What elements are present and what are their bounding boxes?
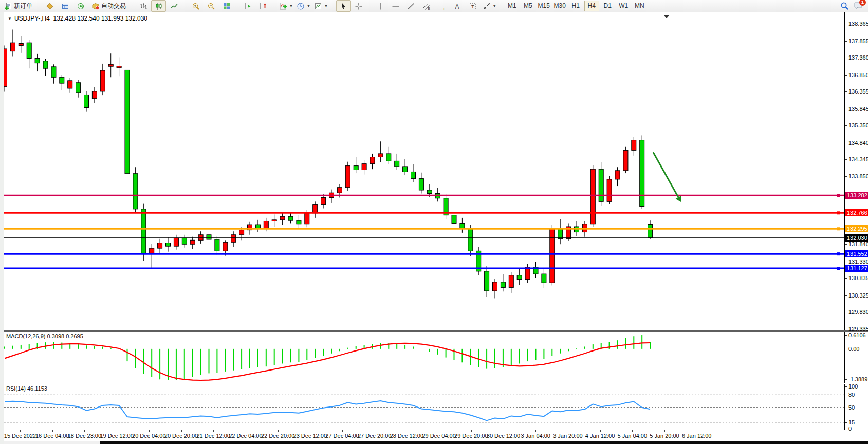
timeframe-button-d1[interactable]: D1 — [600, 1, 615, 11]
zoom-out-button[interactable] — [204, 0, 218, 12]
main-chart-panel: ▼USDJPY-,H4 132.428 132.540 131.993 132.… — [4, 12, 868, 330]
time-axis-label: 20 Dec 04:00 — [132, 433, 165, 439]
time-axis-tick-mark — [439, 430, 439, 432]
chart-shift-button[interactable] — [256, 0, 271, 12]
bull-candle — [582, 224, 587, 232]
crosshair-tool-button[interactable] — [352, 0, 366, 12]
candlestick-chart-button[interactable] — [151, 0, 166, 12]
chart-shift-icon — [260, 2, 268, 10]
time-axis-label: 6 Jan 12:00 — [682, 433, 712, 439]
history-center-button[interactable] — [42, 0, 57, 12]
bull-candle — [10, 43, 15, 51]
toolbar-right-group: 1 — [840, 2, 864, 11]
chart-title[interactable]: ▼USDJPY-,H4 132.428 132.540 131.993 132.… — [8, 15, 147, 22]
time-axis-tick-mark — [84, 430, 85, 432]
horizontal-line-tool-button[interactable] — [389, 0, 403, 12]
macd-plot[interactable] — [4, 332, 845, 383]
timeframe-button-m15[interactable]: M15 — [537, 1, 551, 11]
timeframe-button-h4[interactable]: H4 — [584, 1, 599, 11]
periods-button[interactable]: ▼ — [295, 0, 312, 12]
time-axis-label: 21 Dec 12:00 — [196, 433, 230, 439]
bear-candle — [51, 67, 56, 77]
timeframe-button-m5[interactable]: M5 — [521, 1, 535, 11]
bear-candle — [558, 228, 563, 239]
price-line-handle — [837, 252, 840, 255]
notification-badge: 1 — [859, 0, 866, 6]
autotrading-button[interactable]: 自动交易 — [88, 0, 129, 12]
bear-candle — [354, 166, 358, 170]
bear-candle — [255, 225, 260, 229]
bull-candle — [623, 150, 628, 170]
autotrading-label: 自动交易 — [101, 2, 126, 10]
bear-candle — [43, 61, 48, 68]
time-axis-tick-mark — [600, 430, 601, 432]
chart-shift-marker-icon[interactable] — [663, 15, 670, 18]
bear-candle — [427, 190, 432, 194]
cursor-tool-button[interactable] — [336, 0, 351, 12]
zoom-in-button[interactable] — [188, 0, 203, 12]
main-chart-plot[interactable] — [4, 12, 845, 330]
chart-window: ▼USDJPY-,H4 132.428 132.540 131.993 132.… — [4, 12, 868, 444]
text-label-tool-button[interactable]: T — [466, 0, 481, 12]
bull-candle — [174, 238, 178, 246]
bear-candle — [76, 83, 81, 92]
timeframe-button-mn[interactable]: MN — [632, 1, 647, 11]
rsi-plot[interactable] — [4, 384, 845, 430]
trendline-tool-button[interactable] — [404, 0, 419, 12]
main-toolbar: 新订单 自动交易 ▼ ▼ — [0, 0, 868, 12]
fibonacci-tool-button[interactable]: F — [435, 0, 450, 12]
trend-arrow-annotation[interactable] — [653, 152, 679, 198]
timeframe-button-m30[interactable]: M30 — [552, 1, 567, 11]
chart-dropdown-icon: ▼ — [8, 16, 12, 21]
time-axis-tick-mark — [568, 430, 568, 432]
bull-candle — [223, 242, 228, 251]
text-tool-button[interactable]: A — [450, 0, 465, 12]
bear-candle — [501, 282, 505, 288]
bear-candle — [599, 169, 603, 201]
bull-candle — [190, 240, 195, 244]
time-axis-tick-mark — [181, 430, 182, 432]
bear-candle — [27, 43, 31, 58]
timeframe-button-w1[interactable]: W1 — [616, 1, 631, 11]
time-axis-label: 22 Dec 04:00 — [229, 433, 262, 439]
time-axis-label: 29 Dec 20:00 — [454, 433, 488, 439]
text-icon: A — [453, 2, 461, 10]
bear-candle — [297, 220, 301, 224]
bear-candle — [386, 154, 391, 161]
bear-candle — [452, 215, 456, 224]
tile-windows-button[interactable] — [219, 0, 234, 12]
bull-candle — [321, 197, 326, 204]
bull-candle — [370, 157, 375, 164]
vertical-line-tool-button[interactable] — [373, 0, 388, 12]
time-axis-tick-mark — [149, 430, 150, 432]
new-order-label: 新订单 — [14, 2, 32, 10]
arrow-objects-icon — [483, 2, 491, 10]
time-axis-tick-mark — [52, 430, 53, 432]
auto-scroll-button[interactable] — [241, 0, 255, 12]
bear-candle — [640, 140, 644, 207]
timeframe-button-h1[interactable]: H1 — [568, 1, 583, 11]
arrows-tool-button[interactable]: ▼ — [481, 0, 498, 12]
time-axis-label: 15 Dec 2022 — [4, 433, 36, 439]
templates-button[interactable]: ▼ — [312, 0, 329, 12]
dropdown-caret: ▼ — [493, 4, 496, 8]
bar-chart-button[interactable] — [136, 0, 151, 12]
time-axis-label: 5 Jan 20:00 — [650, 433, 679, 439]
indicators-button[interactable]: ▼ — [278, 0, 294, 12]
bear-candle — [288, 216, 293, 220]
bear-candle — [182, 238, 187, 244]
market-watch-button[interactable] — [58, 0, 72, 12]
search-icon[interactable] — [840, 2, 849, 10]
bull-candle — [100, 70, 105, 91]
signals-button[interactable] — [73, 0, 88, 12]
time-axis-label: 29 Dec 04:00 — [422, 433, 455, 439]
bear-candle — [141, 209, 146, 254]
timeframe-button-m1[interactable]: M1 — [505, 1, 520, 11]
channel-tool-button[interactable]: E — [419, 0, 434, 12]
notifications-button[interactable]: 1 — [854, 2, 864, 11]
bull-candle — [550, 228, 555, 283]
time-axis-tick-mark — [20, 430, 21, 432]
line-chart-button[interactable] — [167, 0, 181, 12]
new-order-button[interactable]: 新订单 — [1, 0, 35, 12]
time-axis-label: 22 Dec 20:00 — [261, 433, 294, 439]
